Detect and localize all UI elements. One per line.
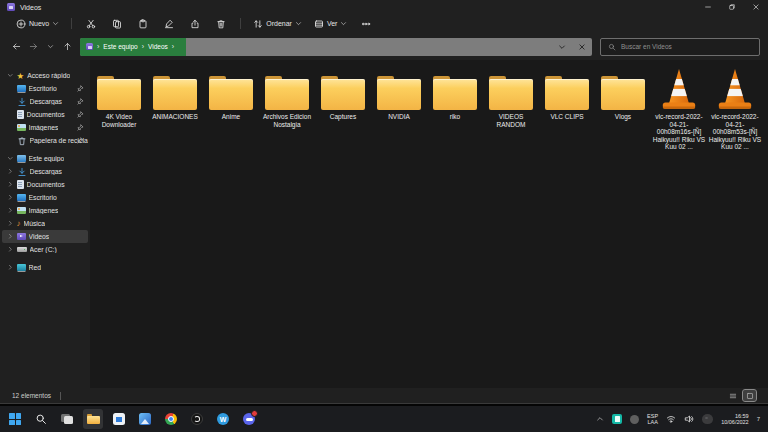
file-item-captures[interactable]: Captures <box>315 66 371 151</box>
large-icons-view-button[interactable] <box>743 390 756 401</box>
file-explorer-icon <box>87 414 100 424</box>
taskbar-button-start[interactable] <box>5 409 25 429</box>
new-button[interactable]: Nuevo <box>10 17 65 31</box>
copy-button[interactable] <box>104 16 130 32</box>
network-icon <box>17 264 26 271</box>
close-button[interactable] <box>744 0 768 14</box>
microsoft-store-icon <box>113 413 125 425</box>
titlebar: Videos <box>0 0 768 14</box>
folder-icon <box>489 76 533 110</box>
rename-button[interactable] <box>156 16 182 32</box>
main-area: ★ Acceso rápido EscritorioDescargasDocum… <box>0 60 768 388</box>
share-button[interactable] <box>182 16 208 32</box>
delete-button[interactable] <box>208 16 234 32</box>
cut-button[interactable] <box>78 16 104 32</box>
file-item-nvidia[interactable]: NVIDIA <box>371 66 427 151</box>
crumb-separator-icon: › <box>142 43 144 50</box>
taskbar-button-photos[interactable] <box>135 409 155 429</box>
sidebar-item-descargas[interactable]: Descargas <box>2 165 88 178</box>
taskbar-button-dark-circle-app[interactable] <box>187 409 207 429</box>
file-item-videos-random[interactable]: VIDEOS RANDOM <box>483 66 539 151</box>
pin-icon <box>77 98 84 105</box>
sidebar-item-papelera-de-recicla[interactable]: Papelera de recicla <box>2 134 88 147</box>
sidebar-item-musica[interactable]: ♪Música <box>2 217 88 230</box>
tray-dark-app-icon[interactable] <box>702 414 713 424</box>
sidebar-item-acer-c[interactable]: Acer (C:) <box>2 243 88 256</box>
chevron-down-icon <box>7 155 14 162</box>
file-item-vlc-clips[interactable]: VLC CLIPS <box>539 66 595 151</box>
taskbar-button-search[interactable] <box>31 409 51 429</box>
sidebar-item-escritorio[interactable]: Escritorio <box>2 82 88 95</box>
file-label: Archivos Edicion Nostalgia <box>260 113 314 128</box>
file-icon-area <box>661 66 697 110</box>
sidebar-item-label: Documentos <box>27 111 65 118</box>
sidebar-item-videos[interactable]: Videos <box>2 230 88 243</box>
videos-folder-icon <box>7 3 15 11</box>
sidebar-item-documentos[interactable]: Documentos <box>2 108 88 121</box>
chevron-right-icon <box>7 264 14 271</box>
file-item-animaciones[interactable]: ANIMACIONES <box>147 66 203 151</box>
sidebar-item-label: Documentos <box>27 181 65 188</box>
volume-icon[interactable] <box>684 414 694 424</box>
file-item-vlc-record-2022-04-21-00h08m16s-n-haikyu[interactable]: vlc-record-2022-04-21-00h08m16s-[Ñ] Haik… <box>651 66 707 151</box>
address-bar[interactable]: › Este equipo › Videos › <box>80 38 592 56</box>
view-button-label: Ver <box>327 20 338 27</box>
file-item-4k-video-downloader[interactable]: 4K Video Downloader <box>91 66 147 151</box>
document-icon <box>17 180 24 189</box>
back-button[interactable] <box>8 38 25 55</box>
maximize-restore-button[interactable] <box>720 0 744 14</box>
up-button[interactable] <box>59 38 76 55</box>
sort-icon <box>253 19 263 29</box>
sort-button[interactable]: Ordenar <box>247 17 308 31</box>
taskbar-button-w-circle-app[interactable] <box>213 409 233 429</box>
crumb-separator-icon: › <box>97 43 99 50</box>
taskbar-button-file-explorer[interactable] <box>83 409 103 429</box>
new-button-label: Nuevo <box>29 20 49 27</box>
sidebar-item-label: Escritorio <box>29 194 57 201</box>
search-box[interactable] <box>600 38 760 56</box>
sidebar-section-quick-access[interactable]: ★ Acceso rápido <box>2 69 88 82</box>
recent-locations-button[interactable] <box>42 38 59 55</box>
hidden-icons-chevron-icon[interactable] <box>596 415 604 423</box>
system-tray: ESP LAA 16:59 10/06/2022 7 <box>596 413 763 426</box>
taskbar-button-chrome[interactable] <box>161 409 181 429</box>
address-dropdown-button[interactable] <box>554 38 570 56</box>
file-label: Captures <box>330 113 356 121</box>
videos-folder-icon <box>86 43 93 50</box>
taskbar-button-store[interactable] <box>109 409 129 429</box>
stop-loading-button[interactable] <box>574 38 590 56</box>
sidebar-item-documentos[interactable]: Documentos <box>2 178 88 191</box>
paste-button[interactable] <box>130 16 156 32</box>
breadcrumb-videos[interactable]: Videos <box>148 43 168 50</box>
language-indicator[interactable]: ESP LAA <box>647 413 658 426</box>
wifi-icon[interactable] <box>666 414 676 424</box>
sidebar-item-escritorio[interactable]: Escritorio <box>2 191 88 204</box>
sidebar-item-network[interactable]: Red <box>2 261 88 274</box>
taskbar-icons <box>5 409 259 429</box>
sidebar-item-descargas[interactable]: Descargas <box>2 95 88 108</box>
notification-count[interactable]: 7 <box>757 416 760 422</box>
sidebar-item-imagenes[interactable]: Imágenes <box>2 121 88 134</box>
more-options-button[interactable] <box>353 16 379 32</box>
view-button[interactable]: Ver <box>308 17 354 31</box>
window-controls <box>696 0 768 14</box>
forward-button[interactable] <box>25 38 42 55</box>
file-item-archivos-edicion-nostalgia[interactable]: Archivos Edicion Nostalgia <box>259 66 315 151</box>
tray-gray-app-icon[interactable] <box>630 415 639 424</box>
details-view-button[interactable] <box>726 390 739 401</box>
search-input[interactable] <box>621 43 752 50</box>
sidebar-section-this-pc[interactable]: Este equipo <box>2 152 88 165</box>
breadcrumb-this-pc[interactable]: Este equipo <box>103 43 137 50</box>
minimize-button[interactable] <box>696 0 720 14</box>
file-item-vlogs[interactable]: Vlogs <box>595 66 651 151</box>
file-item-anime[interactable]: Anime <box>203 66 259 151</box>
sidebar-item-imagenes[interactable]: Imágenes <box>2 204 88 217</box>
clock[interactable]: 16:59 10/06/2022 <box>721 413 749 426</box>
w-circle-app-icon <box>217 413 229 425</box>
file-item-riko[interactable]: riko <box>427 66 483 151</box>
file-item-vlc-record-2022-04-21-00h08m53s-n-haikyu[interactable]: vlc-record-2022-04-21-00h08m53s-[Ñ] Haik… <box>707 66 763 151</box>
taskbar-button-task-view[interactable] <box>57 409 77 429</box>
taskbar-button-discord[interactable] <box>239 409 259 429</box>
file-label: VIDEOS RANDOM <box>484 113 538 128</box>
tray-teal-app-icon[interactable] <box>612 414 622 424</box>
